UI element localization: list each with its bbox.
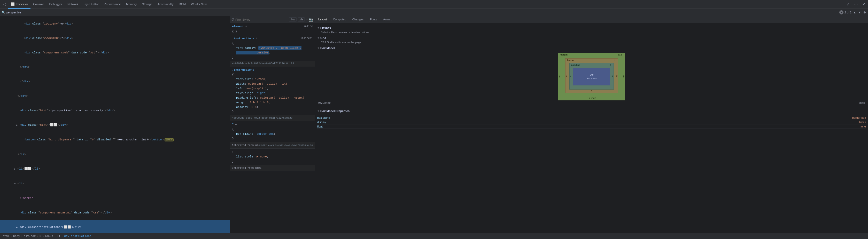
flexbox-section-header[interactable]: ▼ Flexbox [317,25,866,30]
layout-panel[interactable]: ▼ Flexbox Select a Flex container or ite… [315,23,868,233]
tab-bar-right: ⤢ ⋯ ✕ [845,1,867,8]
tab-dom[interactable]: DOM [176,0,188,9]
html-line[interactable]: <div class="IDOIJIKV">U</div> [0,16,230,31]
style-source: inline:1 [301,36,313,41]
tab-computed[interactable]: Computed [330,16,349,23]
tab-changes-label: Changes [352,18,364,21]
html-line[interactable]: <li>⬜⬜</li> [0,162,230,176]
breadcrumb-li[interactable]: li [56,235,61,238]
search-prev-button[interactable]: ▲ [852,10,857,15]
tab-performance[interactable]: Performance [101,0,123,9]
style-rule-inherited-ul[interactable]: { list-style: ▶ none; } [230,149,315,165]
tab-dom-label: DOM [179,3,186,6]
styles-filter-input[interactable] [235,18,288,21]
tab-inspector[interactable]: ⬜ Inspector [8,0,30,9]
inspector-icon: ⬜ [11,2,15,6]
content-layer: 549433.35×89 [573,68,610,86]
breadcrumb-divinstructions[interactable]: div.instructions [64,235,92,238]
tab-computed-label: Computed [333,18,346,21]
inherited-label: Inherited from ul [232,144,258,147]
search-next-button[interactable]: ▼ [858,10,862,15]
search-clear-button[interactable]: ✕ [839,10,843,14]
box-model-title: Box Model [320,46,335,49]
inherited-from-html: Inherited from html [230,165,315,171]
grid-section-header[interactable]: ▼ Grid [317,35,866,40]
breadcrumb-sep: › [54,235,57,238]
style-selector: element [232,25,244,28]
box-model-section-header[interactable]: ▼ Box Model [317,45,866,50]
html-line[interactable]: </div> [0,89,230,103]
tab-layout[interactable]: Layout [315,16,330,23]
flexbox-title: Flexbox [320,26,331,29]
style-selector: .instructions [232,68,254,71]
html-line[interactable]: <li> [0,176,230,191]
gear-icon[interactable]: ⚙ [256,37,257,40]
html-line[interactable]: <div class="hint">`perspective` is a css… [0,103,230,118]
html-line[interactable]: <button class="hint-dispenser" data-id="… [0,132,230,147]
html-line[interactable]: </li> [0,147,230,162]
tab-accessibility[interactable]: Accessibility [155,0,177,9]
bmp-name: box-sizing [317,116,330,119]
tab-console[interactable]: Console [30,0,46,9]
box-model-container: margin 33.5 11.1667 0 0 border 0 0 [317,50,866,107]
add-rule-button[interactable]: + [306,18,308,22]
pick-element-button[interactable]: ⊕ [863,10,866,15]
style-selector: * [232,123,234,126]
breadcrumb-html[interactable]: html [2,235,10,238]
style-rule-instructions-inline[interactable]: .instructions ⚙ inline:1 { font-family: … [230,35,315,61]
bmp-row-display: display block [317,120,866,125]
styles-content[interactable]: element ⚙ inline { } .instructions ⚙ inl… [230,23,315,233]
hov-button[interactable]: :hov [289,18,297,22]
breadcrumb-divbox[interactable]: div.box [23,235,36,238]
cls-button[interactable]: .cls [298,18,305,22]
html-line[interactable]: ::marker [0,191,230,205]
breadcrumb-body[interactable]: body [13,235,21,238]
screenshot-button[interactable]: 📷 [309,18,313,22]
html-line[interactable]: <div class="component swab" data-code="J… [0,45,230,60]
responsive-design-button[interactable]: ⤢ [845,1,851,8]
gear-icon[interactable]: ⚙ [246,25,247,28]
tab-whats-new[interactable]: What's New [188,0,209,9]
search-input[interactable] [6,11,838,14]
inherited-id: 4b9892de-e3c3-4922-bee9-06af713276b0:70 [258,143,313,148]
tab-style-editor[interactable]: Style Editor [81,0,101,9]
breadcrumb-ullocks[interactable]: ul.locks [39,235,54,238]
close-devtools-button[interactable]: ✕ [860,1,867,8]
back-button[interactable]: ◁ [1,1,8,8]
box-model-visual: margin 33.5 11.1667 0 0 border 0 0 [558,53,625,100]
filter-icon: ⚗ [231,18,234,22]
tab-memory[interactable]: Memory [123,0,140,9]
html-line[interactable]: </div> [0,60,230,74]
style-prop-line: margin: 3ch 0 1ch 0; [232,100,313,105]
tab-changes[interactable]: Changes [349,16,367,23]
html-line-selected[interactable]: <div class="instructions">⬜⬜</div> [0,220,230,233]
tab-debugger[interactable]: Debugger [47,0,65,9]
html-line[interactable]: <div class="component macaroni" data-cod… [0,205,230,220]
prop-name: font-family [236,46,255,49]
style-rule-header: .instructions ⚙ inline:1 [232,36,313,41]
html-panel[interactable]: <div class="IDOIJIKV">U</div> <div class… [0,16,230,233]
gear-icon[interactable]: ⚙ [235,123,237,126]
html-line[interactable]: </div> [0,74,230,89]
style-brace-close: } [232,159,313,164]
tab-whats-new-label: What's New [191,3,207,6]
style-rule-star[interactable]: * ⚙ { box-sizing: border-box; } [230,121,315,142]
more-tools-button[interactable]: ⋯ [852,1,859,8]
style-rule-element[interactable]: element ⚙ inline { } [230,23,315,35]
margin-label: margin [560,54,567,56]
border-label: border [567,59,575,62]
tab-memory-label: Memory [126,3,137,6]
style-rule-instructions-main[interactable]: .instructions { font-size: 1.25em; width… [230,67,315,115]
tab-fonts[interactable]: Fonts [367,16,380,23]
tab-storage-label: Storage [142,3,152,6]
breadcrumb-sep: › [36,235,39,238]
html-line[interactable]: <div class="hint">⬜⬜</div> [0,118,230,132]
content-dims: 549433.35×89 [587,73,596,80]
tab-animations[interactable]: Anim... [380,16,395,23]
padding-left-value: 0 [570,75,571,77]
box-model-props-header[interactable]: ▼ Box Model Properties [317,108,866,113]
tab-storage[interactable]: Storage [139,0,155,9]
breadcrumb-sep: › [21,235,23,238]
tab-network[interactable]: Network [65,0,81,9]
html-line[interactable]: <div class="ZWYRBISO">7</div> [0,31,230,45]
